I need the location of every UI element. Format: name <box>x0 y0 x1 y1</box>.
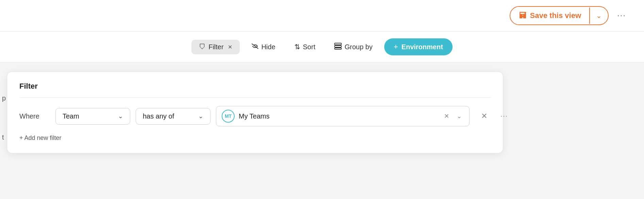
toolbar: ⛉ Filter ✕ Hide ⇅ Sort Group by + Enviro… <box>0 32 644 62</box>
add-filter-label: + Add new filter <box>19 134 62 142</box>
operator-select-label: has any of <box>143 112 174 120</box>
save-view-label: Save this view <box>530 11 581 20</box>
save-icon: 🖬 <box>519 11 527 20</box>
filter-icon: ⛉ <box>199 43 206 51</box>
value-chevron-button[interactable]: ⌄ <box>455 111 464 121</box>
save-view-button[interactable]: 🖬 Save this view <box>510 7 589 24</box>
field-chevron-icon: ⌄ <box>118 112 123 120</box>
save-view-chevron[interactable]: ⌄ <box>589 7 608 24</box>
left-edge-t: t <box>0 131 6 144</box>
field-select[interactable]: Team ⌄ <box>55 108 130 125</box>
top-bar: 🖬 Save this view ⌄ ⋯ <box>0 0 644 32</box>
filter-value-actions: ✕ ⌄ <box>442 111 464 121</box>
save-view-wrapper: 🖬 Save this view ⌄ <box>510 6 609 25</box>
chevron-down-icon: ⌄ <box>596 12 602 20</box>
operator-chevron-icon: ⌄ <box>198 112 203 120</box>
svg-rect-1 <box>335 46 341 47</box>
mt-avatar: MT <box>222 110 235 123</box>
hide-label: Hide <box>261 43 275 51</box>
filter-panel-title: Filter <box>19 82 491 91</box>
hide-button[interactable]: Hide <box>244 40 283 54</box>
filter-label: Filter <box>208 43 223 51</box>
group-by-icon <box>334 43 342 51</box>
add-filter-row: + Add new filter <box>19 126 491 143</box>
filter-value-box[interactable]: MT My Teams ✕ ⌄ <box>216 106 470 126</box>
clear-value-button[interactable]: ✕ <box>442 111 451 121</box>
hide-icon <box>251 43 259 51</box>
operator-select[interactable]: has any of ⌄ <box>136 108 210 125</box>
filter-panel: Filter Where Team ⌄ has any of ⌄ MT My T… <box>7 71 503 153</box>
plus-icon: + <box>394 42 398 51</box>
more-icon: ⋯ <box>617 11 626 21</box>
group-by-label: Group by <box>344 43 372 51</box>
row-more-icon[interactable]: ⋯ <box>500 112 508 121</box>
group-by-button[interactable]: Group by <box>327 39 380 55</box>
filter-button[interactable]: ⛉ Filter ✕ <box>191 40 239 54</box>
environment-button[interactable]: + Environment <box>384 38 453 55</box>
svg-rect-2 <box>335 48 341 49</box>
environment-label: Environment <box>402 43 443 51</box>
sort-label: Sort <box>303 43 316 51</box>
filter-value-text: My Teams <box>239 112 438 120</box>
add-filter-button[interactable]: + Add new filter <box>19 133 62 143</box>
sort-icon: ⇅ <box>294 43 300 51</box>
remove-filter-button[interactable]: ✕ <box>478 110 491 122</box>
filter-close-icon[interactable]: ✕ <box>228 44 232 50</box>
svg-rect-0 <box>335 43 341 45</box>
filter-divider <box>19 97 491 98</box>
sort-button[interactable]: ⇅ Sort <box>287 39 323 54</box>
more-options-button[interactable]: ⋯ <box>613 8 630 24</box>
where-label: Where <box>19 112 50 120</box>
field-select-label: Team <box>63 112 79 120</box>
filter-row: Where Team ⌄ has any of ⌄ MT My Teams ✕ … <box>19 106 491 126</box>
